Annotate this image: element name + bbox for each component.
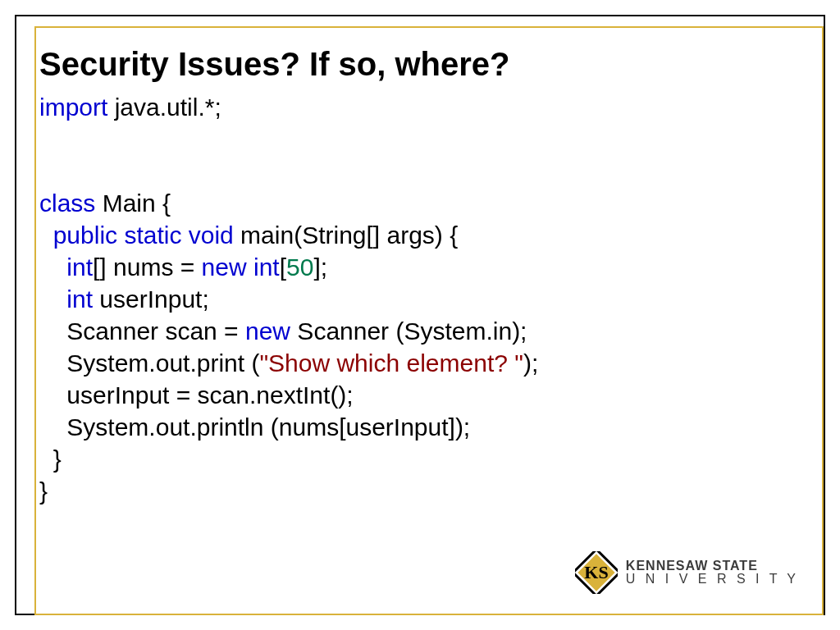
ks-logo-icon: KS (575, 551, 618, 594)
indent (39, 221, 53, 249)
code-text: Scanner (System.in); (290, 317, 527, 345)
kw-new: new (245, 317, 290, 345)
indent (39, 285, 66, 313)
code-text: System.out.println (nums[userInput]); (66, 413, 470, 441)
code-text: main(String[] args) { (234, 221, 458, 249)
code-text: ]; (313, 253, 327, 281)
code-text: System.out.print ( (66, 349, 259, 377)
code-text: [ (280, 253, 286, 281)
kw-int: int (66, 285, 93, 313)
slide-title: Security Issues? If so, where? (39, 46, 801, 83)
kw-class: class (39, 189, 95, 217)
indent (39, 253, 66, 281)
code-text: userInput = scan.nextInt(); (66, 381, 353, 409)
slide-content: Security Issues? If so, where? import ja… (39, 33, 801, 507)
logo-line2: U N I V E R S I T Y (626, 573, 799, 586)
indent (39, 317, 66, 345)
code-text: } (39, 477, 48, 504)
code-text: ); (523, 349, 538, 377)
string-literal: "Show which element? " (259, 349, 523, 377)
svg-text:KS: KS (584, 562, 608, 582)
indent (39, 349, 66, 377)
kw-new-int: new int (202, 253, 280, 281)
code-block: import java.util.*; class Main { public … (39, 91, 801, 507)
indent (39, 413, 66, 441)
code-text: java.util.*; (107, 94, 221, 121)
kw-psv: public static void (53, 221, 234, 249)
indent (39, 445, 53, 472)
kw-import: import (39, 94, 107, 121)
logo-line1: KENNESAW STATE (626, 559, 799, 573)
code-text: [] nums = (93, 253, 202, 281)
kw-int: int (66, 253, 93, 281)
code-text: } (53, 445, 62, 472)
indent (39, 381, 66, 409)
university-logo: KS KENNESAW STATE U N I V E R S I T Y (575, 551, 799, 594)
code-text: Main { (95, 189, 171, 217)
code-text: userInput; (93, 285, 209, 313)
code-text: Scanner scan = (66, 317, 245, 345)
logo-text: KENNESAW STATE U N I V E R S I T Y (626, 559, 799, 586)
num-literal: 50 (286, 253, 313, 281)
